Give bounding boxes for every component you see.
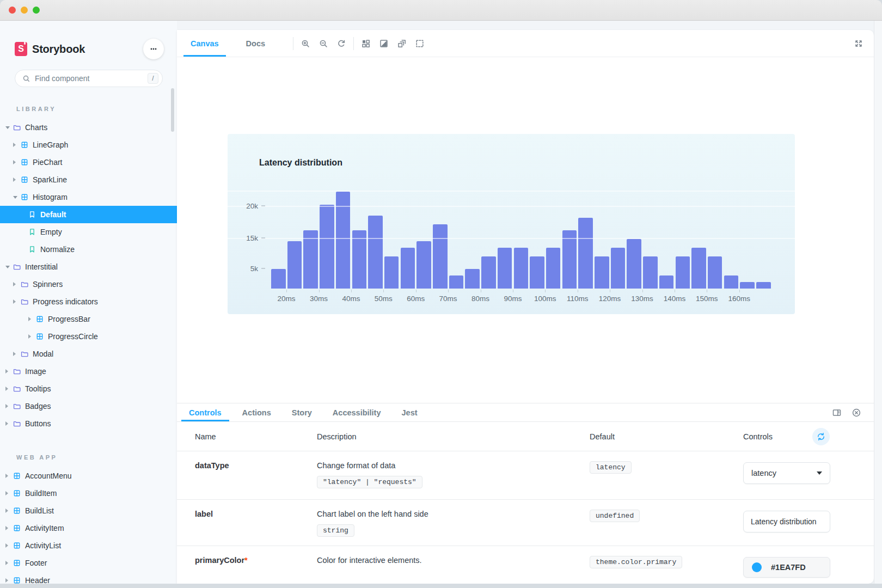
control-row-label: labelChart label on the left hand sidest…: [177, 499, 874, 546]
text-input-value: Latency distribution: [751, 517, 817, 526]
contrast-button[interactable]: [379, 39, 388, 48]
default-chip: undefined: [590, 510, 640, 522]
caret-down-icon[interactable]: [13, 196, 21, 199]
sidebar-item-default[interactable]: Default: [0, 206, 177, 223]
sidebar-item-activityitem[interactable]: ActivityItem: [0, 519, 177, 537]
sidebar-scrollbar[interactable]: [171, 88, 174, 132]
histogram-bar: [465, 269, 480, 289]
close-circle-button[interactable]: [852, 408, 861, 417]
search-box[interactable]: /: [15, 70, 163, 87]
caret-right-icon[interactable]: [5, 526, 13, 530]
sidebar-item-charts[interactable]: Charts: [0, 119, 177, 136]
caret-right-icon[interactable]: [5, 509, 13, 513]
sidebar-item-buildlist[interactable]: BuildList: [0, 502, 177, 519]
zoom-reset-icon: [337, 39, 346, 48]
x-axis-label: 150ms: [696, 295, 718, 303]
page-scrollbar-track[interactable]: [874, 21, 882, 584]
caret-right-icon[interactable]: [5, 474, 13, 478]
sidebar-item-progressbar[interactable]: ProgressBar: [0, 310, 177, 328]
fullscreen-button[interactable]: [854, 30, 863, 57]
sidebar-item-builditem[interactable]: BuildItem: [0, 485, 177, 502]
panel-tab-actions[interactable]: Actions: [235, 403, 279, 421]
app-window: S Storybook / LIBRARYChartsLineGraphPieC…: [0, 0, 882, 588]
sidebar-item-activitylist[interactable]: ActivityList: [0, 537, 177, 554]
default-chip: latency: [590, 461, 632, 474]
tab-docs[interactable]: Docs: [239, 30, 272, 57]
outline-button[interactable]: [415, 39, 424, 48]
caret-right-icon[interactable]: [28, 317, 36, 321]
x-axis-label: 90ms: [504, 295, 522, 303]
zoom-in-button[interactable]: [301, 39, 310, 48]
caret-right-icon[interactable]: [5, 369, 13, 373]
caret-right-icon[interactable]: [5, 404, 13, 408]
caret-right-icon[interactable]: [13, 177, 21, 182]
sidebar-item-linegraph[interactable]: LineGraph: [0, 136, 177, 154]
x-tick-mark: [675, 290, 675, 292]
sidebar-item-progress-indicators[interactable]: Progress indicators: [0, 293, 177, 310]
panel-tab-jest[interactable]: Jest: [394, 403, 425, 421]
sidebar-menu-button[interactable]: [143, 39, 164, 59]
caret-right-icon[interactable]: [5, 561, 13, 565]
panel-tab-controls[interactable]: Controls: [181, 403, 229, 421]
sidebar-item-progresscircle[interactable]: ProgressCircle: [0, 328, 177, 345]
sidebar-item-empty[interactable]: Empty: [0, 223, 177, 241]
sidebar-item-header[interactable]: Header: [0, 572, 177, 584]
caret-right-icon[interactable]: [5, 543, 13, 548]
sidebar-item-buttons[interactable]: Buttons: [0, 415, 177, 432]
label-text-input[interactable]: Latency distribution: [743, 511, 830, 532]
caret-right-icon[interactable]: [13, 282, 21, 286]
grid-button[interactable]: [362, 39, 370, 48]
tab-canvas[interactable]: Canvas: [183, 30, 226, 57]
sidebar-item-interstitial[interactable]: Interstitial: [0, 258, 177, 275]
caret-right-icon[interactable]: [13, 160, 21, 164]
caret-right-icon[interactable]: [13, 299, 21, 304]
sidebar-item-modal[interactable]: Modal: [0, 345, 177, 363]
sidebar-item-tooltips[interactable]: Tooltips: [0, 380, 177, 397]
sidebar-item-histogram[interactable]: Histogram: [0, 188, 177, 206]
sidebar-item-footer[interactable]: Footer: [0, 554, 177, 572]
primaryColor-color-picker[interactable]: #1EA7FD: [743, 557, 830, 578]
caret-right-icon[interactable]: [5, 421, 13, 426]
stacked-button[interactable]: [397, 39, 406, 48]
sidebar-item-piechart[interactable]: PieChart: [0, 154, 177, 171]
close-window-button[interactable]: [9, 7, 16, 14]
color-swatch[interactable]: [752, 562, 762, 572]
panel-tab-story[interactable]: Story: [284, 403, 320, 421]
sidebar-item-image[interactable]: Image: [0, 363, 177, 380]
folder-icon: [21, 298, 28, 305]
brand-row: S Storybook: [0, 21, 177, 60]
sidebar-item-label: Interstitial: [25, 262, 58, 271]
zoom-out-button[interactable]: [319, 39, 328, 48]
caret-right-icon[interactable]: [13, 143, 21, 147]
component-icon: [36, 333, 44, 340]
panel-position-button[interactable]: [832, 408, 841, 417]
zoom-reset-button[interactable]: [337, 39, 346, 48]
caret-down-icon[interactable]: [5, 266, 13, 268]
folder-icon: [13, 263, 21, 271]
prop-name-text: dataType: [195, 461, 229, 470]
panel-tab-accessibility[interactable]: Accessibility: [325, 403, 389, 421]
histogram-bar: [287, 241, 302, 289]
caret-down-icon[interactable]: [5, 126, 13, 129]
search-input[interactable]: [35, 74, 148, 83]
sidebar-item-spinners[interactable]: Spinners: [0, 275, 177, 293]
histogram-bar: [691, 248, 706, 289]
y-axis-label: 20k: [234, 202, 258, 210]
minimize-window-button[interactable]: [21, 7, 28, 14]
x-axis-label: 30ms: [310, 295, 328, 303]
gridline: [228, 206, 795, 207]
chevron-down-icon: [817, 471, 822, 475]
caret-right-icon[interactable]: [5, 578, 13, 583]
caret-right-icon[interactable]: [28, 334, 36, 339]
maximize-window-button[interactable]: [33, 7, 40, 14]
dataType-select[interactable]: latency: [743, 462, 830, 484]
sidebar-item-badges[interactable]: Badges: [0, 397, 177, 415]
sidebar-item-normalize[interactable]: Normalize: [0, 241, 177, 258]
reset-controls-button[interactable]: [812, 428, 830, 445]
caret-right-icon[interactable]: [13, 352, 21, 356]
folder-icon: [13, 385, 21, 393]
caret-right-icon[interactable]: [5, 491, 13, 495]
sidebar-item-accountmenu[interactable]: AccountMenu: [0, 467, 177, 485]
sidebar-item-sparkline[interactable]: SparkLine: [0, 171, 177, 188]
caret-right-icon[interactable]: [5, 387, 13, 391]
